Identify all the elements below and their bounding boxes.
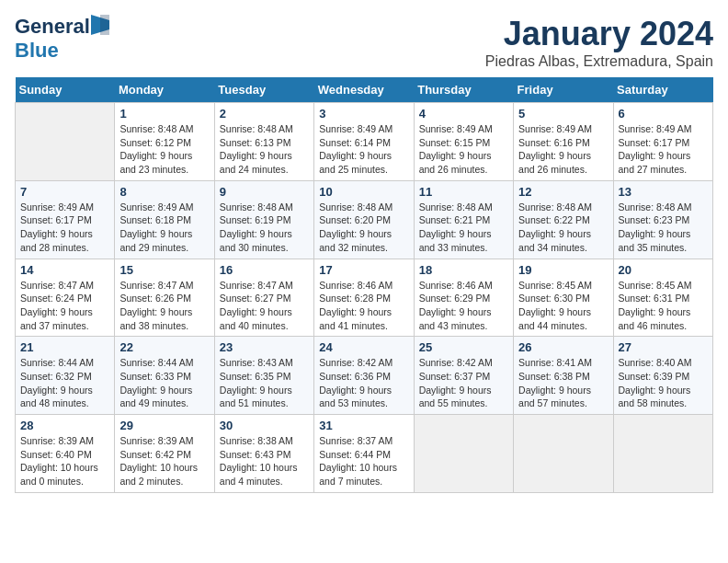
day-detail: Sunrise: 8:48 AMSunset: 6:12 PMDaylight:… [119, 122, 209, 177]
day-detail: Sunrise: 8:49 AMSunset: 6:14 PMDaylight:… [319, 122, 408, 177]
day-detail: Sunrise: 8:41 AMSunset: 6:38 PMDaylight:… [518, 356, 608, 410]
day-detail: Sunrise: 8:37 AMSunset: 6:44 PMDaylight:… [319, 434, 408, 488]
calendar-cell: 19Sunrise: 8:45 AMSunset: 6:30 PMDayligh… [514, 259, 613, 337]
calendar-cell: 14Sunrise: 8:47 AMSunset: 6:24 PMDayligh… [16, 259, 115, 337]
logo: General Blue [15, 15, 109, 63]
calendar-cell: 24Sunrise: 8:42 AMSunset: 6:36 PMDayligh… [314, 337, 414, 415]
day-number: 7 [20, 185, 109, 199]
day-detail: Sunrise: 8:49 AMSunset: 6:16 PMDaylight:… [518, 122, 608, 177]
day-number: 8 [119, 185, 209, 199]
calendar-cell: 16Sunrise: 8:47 AMSunset: 6:27 PMDayligh… [214, 259, 313, 337]
calendar-cell: 30Sunrise: 8:38 AMSunset: 6:43 PMDayligh… [214, 415, 313, 493]
title-area: January 2024 Piedras Albas, Extremadura,… [485, 15, 713, 70]
calendar-cell: 20Sunrise: 8:45 AMSunset: 6:31 PMDayligh… [613, 259, 712, 337]
day-number: 19 [518, 263, 608, 277]
day-number: 26 [518, 340, 608, 354]
weekday-header-saturday: Saturday [613, 77, 712, 103]
day-number: 6 [619, 107, 708, 121]
day-detail: Sunrise: 8:42 AMSunset: 6:37 PMDaylight:… [419, 356, 508, 410]
day-detail: Sunrise: 8:48 AMSunset: 6:21 PMDaylight:… [419, 201, 508, 255]
calendar-cell: 29Sunrise: 8:39 AMSunset: 6:42 PMDayligh… [115, 415, 214, 493]
day-detail: Sunrise: 8:48 AMSunset: 6:13 PMDaylight:… [220, 122, 309, 177]
day-number: 5 [518, 107, 608, 121]
weekday-header-wednesday: Wednesday [314, 77, 414, 103]
day-number: 23 [220, 340, 309, 354]
calendar-cell: 22Sunrise: 8:44 AMSunset: 6:33 PMDayligh… [115, 337, 214, 415]
calendar-cell: 10Sunrise: 8:48 AMSunset: 6:20 PMDayligh… [314, 180, 414, 259]
day-detail: Sunrise: 8:47 AMSunset: 6:24 PMDaylight:… [20, 279, 109, 333]
calendar-cell [414, 415, 513, 493]
day-detail: Sunrise: 8:45 AMSunset: 6:30 PMDaylight:… [518, 279, 608, 333]
calendar-cell [613, 415, 712, 493]
day-detail: Sunrise: 8:49 AMSunset: 6:18 PMDaylight:… [119, 201, 209, 255]
day-number: 11 [419, 185, 508, 199]
calendar-cell: 18Sunrise: 8:46 AMSunset: 6:29 PMDayligh… [414, 259, 513, 337]
logo-blue-text: Blue [15, 39, 59, 62]
day-number: 10 [319, 185, 408, 199]
calendar-cell: 28Sunrise: 8:39 AMSunset: 6:40 PMDayligh… [16, 415, 115, 493]
calendar-cell: 27Sunrise: 8:40 AMSunset: 6:39 PMDayligh… [613, 337, 712, 415]
day-number: 2 [220, 107, 309, 121]
day-number: 15 [119, 263, 209, 277]
calendar-cell: 21Sunrise: 8:44 AMSunset: 6:32 PMDayligh… [16, 337, 115, 415]
day-detail: Sunrise: 8:47 AMSunset: 6:26 PMDaylight:… [119, 279, 209, 333]
calendar-cell: 4Sunrise: 8:49 AMSunset: 6:15 PMDaylight… [414, 103, 513, 181]
weekday-header-friday: Friday [514, 77, 613, 103]
day-detail: Sunrise: 8:48 AMSunset: 6:20 PMDaylight:… [319, 201, 408, 255]
calendar-cell [514, 415, 613, 493]
calendar-cell: 11Sunrise: 8:48 AMSunset: 6:21 PMDayligh… [414, 180, 513, 259]
calendar-cell: 25Sunrise: 8:42 AMSunset: 6:37 PMDayligh… [414, 337, 513, 415]
day-detail: Sunrise: 8:48 AMSunset: 6:22 PMDaylight:… [518, 201, 608, 255]
day-detail: Sunrise: 8:47 AMSunset: 6:27 PMDaylight:… [220, 279, 309, 333]
week-row-3: 14Sunrise: 8:47 AMSunset: 6:24 PMDayligh… [16, 259, 713, 337]
week-row-5: 28Sunrise: 8:39 AMSunset: 6:40 PMDayligh… [16, 415, 713, 493]
day-detail: Sunrise: 8:44 AMSunset: 6:32 PMDaylight:… [20, 356, 109, 410]
day-number: 27 [619, 340, 708, 354]
calendar-cell: 23Sunrise: 8:43 AMSunset: 6:35 PMDayligh… [214, 337, 313, 415]
week-row-4: 21Sunrise: 8:44 AMSunset: 6:32 PMDayligh… [16, 337, 713, 415]
weekday-header-tuesday: Tuesday [214, 77, 313, 103]
header: General Blue January 2024 Piedras Albas,… [15, 15, 713, 70]
day-detail: Sunrise: 8:40 AMSunset: 6:39 PMDaylight:… [619, 356, 708, 410]
day-number: 4 [419, 107, 508, 121]
day-number: 9 [220, 185, 309, 199]
day-detail: Sunrise: 8:38 AMSunset: 6:43 PMDaylight:… [220, 434, 309, 488]
calendar-cell: 17Sunrise: 8:46 AMSunset: 6:28 PMDayligh… [314, 259, 414, 337]
day-detail: Sunrise: 8:43 AMSunset: 6:35 PMDaylight:… [220, 356, 309, 410]
day-number: 22 [119, 340, 209, 354]
day-number: 12 [518, 185, 608, 199]
day-detail: Sunrise: 8:42 AMSunset: 6:36 PMDaylight:… [319, 356, 408, 410]
day-number: 21 [20, 340, 109, 354]
calendar-cell: 5Sunrise: 8:49 AMSunset: 6:16 PMDaylight… [514, 103, 613, 181]
day-number: 18 [419, 263, 508, 277]
weekday-header-thursday: Thursday [414, 77, 513, 103]
calendar-cell: 31Sunrise: 8:37 AMSunset: 6:44 PMDayligh… [314, 415, 414, 493]
weekday-header-monday: Monday [115, 77, 214, 103]
day-detail: Sunrise: 8:44 AMSunset: 6:33 PMDaylight:… [119, 356, 209, 410]
logo-icon [91, 15, 109, 35]
day-number: 24 [319, 340, 408, 354]
calendar-cell: 3Sunrise: 8:49 AMSunset: 6:14 PMDaylight… [314, 103, 414, 181]
day-number: 1 [119, 107, 209, 121]
day-detail: Sunrise: 8:49 AMSunset: 6:17 PMDaylight:… [20, 201, 109, 255]
calendar-cell [16, 103, 115, 181]
day-number: 16 [220, 263, 309, 277]
calendar-cell: 1Sunrise: 8:48 AMSunset: 6:12 PMDaylight… [115, 103, 214, 181]
logo-general-text: General [15, 15, 90, 39]
day-detail: Sunrise: 8:39 AMSunset: 6:42 PMDaylight:… [119, 434, 209, 488]
day-detail: Sunrise: 8:45 AMSunset: 6:31 PMDaylight:… [619, 279, 708, 333]
calendar-table: SundayMondayTuesdayWednesdayThursdayFrid… [15, 77, 713, 493]
day-detail: Sunrise: 8:46 AMSunset: 6:28 PMDaylight:… [319, 279, 408, 333]
weekday-header-row: SundayMondayTuesdayWednesdayThursdayFrid… [16, 77, 713, 103]
day-number: 29 [119, 419, 209, 432]
day-number: 31 [319, 419, 408, 432]
calendar-cell: 13Sunrise: 8:48 AMSunset: 6:23 PMDayligh… [613, 180, 712, 259]
calendar-cell: 7Sunrise: 8:49 AMSunset: 6:17 PMDaylight… [16, 180, 115, 259]
day-number: 25 [419, 340, 508, 354]
day-number: 20 [619, 263, 708, 277]
week-row-2: 7Sunrise: 8:49 AMSunset: 6:17 PMDaylight… [16, 180, 713, 259]
svg-marker-1 [100, 15, 109, 35]
day-detail: Sunrise: 8:48 AMSunset: 6:19 PMDaylight:… [220, 201, 309, 255]
calendar-title: January 2024 [485, 15, 713, 53]
calendar-cell: 12Sunrise: 8:48 AMSunset: 6:22 PMDayligh… [514, 180, 613, 259]
